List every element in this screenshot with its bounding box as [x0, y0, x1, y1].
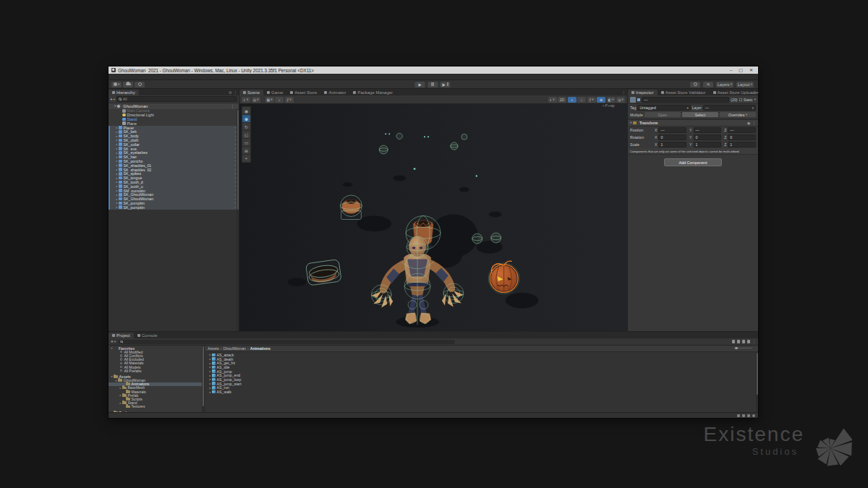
- prefab-chevron-icon[interactable]: ›: [235, 172, 236, 176]
- project-tree-scrollbar[interactable]: [202, 346, 204, 412]
- menu-dots-icon[interactable]: ⋮: [752, 340, 757, 344]
- scale-tool-button[interactable]: ◱: [242, 131, 250, 138]
- audio-toggle[interactable]: ♪: [275, 97, 284, 103]
- rotate-tool-button[interactable]: ↻: [242, 123, 250, 130]
- file-list-scrollbar[interactable]: [756, 352, 758, 412]
- z-value-field[interactable]: —: [728, 127, 756, 133]
- x-value-field[interactable]: —: [658, 127, 686, 133]
- tag-dropdown[interactable]: Untagged▾: [637, 105, 690, 111]
- expander-icon[interactable]: ▾: [110, 346, 114, 350]
- menu-dots-icon[interactable]: ⋮: [234, 90, 238, 95]
- y-value-field[interactable]: —: [694, 127, 722, 133]
- camera-settings-dropdown[interactable]: ◧▾: [607, 97, 616, 103]
- project-search-input[interactable]: [118, 340, 455, 344]
- project-folder[interactable]: ▸ Packages: [109, 411, 204, 412]
- console-warning-icon[interactable]: [742, 414, 745, 417]
- view-tab[interactable]: Package Manager: [349, 90, 396, 95]
- hierarchy-item[interactable]: ▸ SK_pumpkin ›: [109, 205, 239, 210]
- prefab-select-button[interactable]: Select: [682, 112, 718, 117]
- prefab-overrides-dropdown[interactable]: Overrides▾: [720, 112, 756, 117]
- prefab-chevron-icon[interactable]: ›: [235, 138, 236, 142]
- audio-mute-toggle[interactable]: ♪: [577, 97, 586, 103]
- menu-dots-icon[interactable]: ⋮: [753, 90, 757, 95]
- shading-mode-dropdown[interactable]: ◐▾: [242, 97, 250, 103]
- project-folder[interactable]: All Prefabs: [109, 369, 204, 372]
- menu-dots-icon[interactable]: ⋮: [230, 104, 234, 108]
- maximize-button[interactable]: ▢: [736, 67, 745, 74]
- active-checkbox[interactable]: [637, 98, 640, 101]
- tab-hierarchy[interactable]: Hierarchy: [109, 90, 139, 95]
- lock-icon[interactable]: ⊘: [229, 90, 232, 95]
- prefab-chevron-icon[interactable]: ›: [235, 176, 236, 180]
- bottom-tab[interactable]: Project: [109, 333, 134, 338]
- prefab-chevron-icon[interactable]: ›: [235, 126, 236, 129]
- account-button[interactable]: ▾: [111, 82, 122, 87]
- undo-history-button[interactable]: [690, 82, 700, 87]
- bottom-tab[interactable]: Console: [134, 333, 161, 338]
- prefab-chevron-icon[interactable]: ›: [235, 147, 236, 150]
- effects-dropdown[interactable]: ƒ▾: [285, 97, 294, 103]
- static-checkbox[interactable]: [739, 98, 742, 101]
- search-button[interactable]: [703, 82, 713, 87]
- y-value-field[interactable]: 0: [694, 134, 722, 140]
- y-value-field[interactable]: 1: [694, 142, 722, 147]
- prefab-chevron-icon[interactable]: ›: [235, 155, 236, 159]
- progress-icon[interactable]: [752, 414, 755, 417]
- asset-item[interactable]: ▸ AS_walk: [205, 390, 758, 394]
- x-value-field[interactable]: 1: [658, 142, 686, 147]
- lighting-toggle[interactable]: ☼: [568, 97, 576, 103]
- hidden-objects-toggle[interactable]: ⊘: [597, 97, 605, 103]
- step-button[interactable]: ▶: [441, 82, 451, 87]
- prefab-chevron-icon[interactable]: ›: [235, 197, 236, 201]
- gizmos-dropdown[interactable]: ◎▾: [616, 97, 625, 103]
- grid-dropdown[interactable]: ▦▾: [265, 97, 274, 103]
- scene-viewport[interactable]: ◉ ⊕ ↻ ◱ ▭ ⊞ ⌖: [239, 104, 627, 331]
- prefab-chevron-icon[interactable]: ›: [235, 142, 236, 146]
- rect-tool-button[interactable]: ▭: [242, 139, 250, 146]
- prefab-chevron-icon[interactable]: ›: [235, 168, 236, 171]
- hierarchy-scrollbar[interactable]: [237, 109, 239, 332]
- help-icon[interactable]: ◉: [747, 121, 751, 125]
- prefab-chevron-icon[interactable]: ›: [235, 205, 236, 209]
- create-button[interactable]: +▾: [110, 97, 115, 102]
- view-tab[interactable]: Animator: [320, 90, 349, 95]
- render-doc-dropdown[interactable]: ◐▾: [548, 97, 557, 103]
- minimize-button[interactable]: –: [728, 67, 734, 74]
- console-message-icon[interactable]: [737, 414, 740, 417]
- prefab-chevron-icon[interactable]: ›: [235, 193, 236, 197]
- move-tool-button[interactable]: ⊕: [242, 115, 250, 122]
- foldout-icon[interactable]: ▾: [630, 121, 631, 124]
- view-tab[interactable]: Game: [263, 90, 286, 95]
- prefab-chevron-icon[interactable]: ›: [235, 201, 236, 205]
- 2d-toggle[interactable]: 2D: [558, 97, 566, 103]
- z-value-field[interactable]: 0: [728, 134, 756, 140]
- play-button[interactable]: ▶: [415, 82, 425, 87]
- services-button[interactable]: [135, 82, 145, 87]
- z-value-field[interactable]: 1: [728, 142, 756, 147]
- asset-scale-slider[interactable]: [733, 348, 752, 348]
- prefab-chevron-icon[interactable]: ›: [235, 151, 236, 155]
- view-tab[interactable]: Scene: [239, 90, 263, 95]
- scene-root-row[interactable]: ▾ GhoulWoman ⋮: [109, 103, 239, 109]
- layout-dropdown[interactable]: Layout▾: [736, 82, 754, 87]
- fx-dropdown[interactable]: ƒ▾: [587, 97, 596, 103]
- project-folder[interactable]: Textures: [109, 405, 204, 408]
- prefab-chevron-icon[interactable]: ›: [235, 163, 236, 167]
- layer-dropdown[interactable]: —▾: [703, 105, 756, 111]
- breadcrumb-item[interactable]: GhoulWoman›: [223, 346, 248, 351]
- draw-gizmo-dropdown[interactable]: ◎▾: [252, 97, 260, 103]
- close-button[interactable]: ✕: [747, 67, 755, 74]
- prefab-chevron-icon[interactable]: ›: [235, 184, 236, 188]
- hierarchy-search-input[interactable]: All: [116, 96, 237, 103]
- caret-down-icon[interactable]: ▾: [754, 98, 756, 101]
- orientation-gizmo[interactable]: < Persp: [595, 105, 622, 108]
- pause-button[interactable]: [427, 82, 438, 87]
- cloud-button[interactable]: [123, 82, 133, 87]
- transform-tool-button[interactable]: ⊞: [242, 147, 250, 154]
- activity-icon[interactable]: [747, 414, 750, 417]
- open-asset-icon[interactable]: [732, 340, 736, 343]
- prefab-chevron-icon[interactable]: ›: [235, 180, 236, 184]
- x-value-field[interactable]: 0: [658, 134, 686, 140]
- menu-dots-icon[interactable]: ⋮: [622, 90, 626, 95]
- prefab-chevron-icon[interactable]: ›: [235, 134, 236, 138]
